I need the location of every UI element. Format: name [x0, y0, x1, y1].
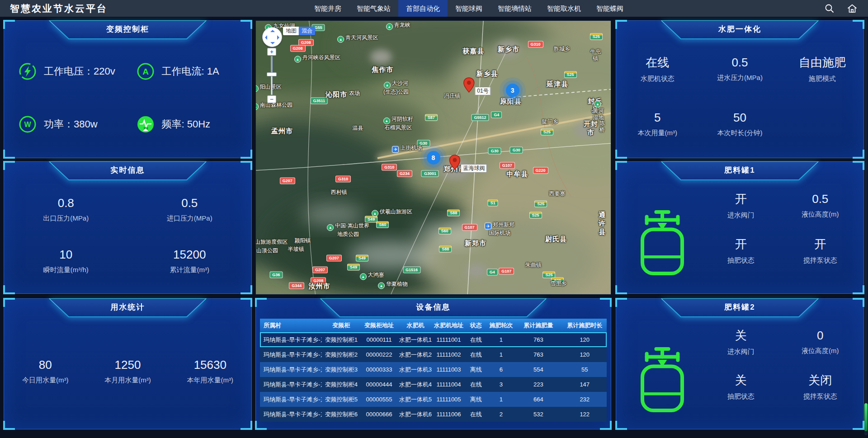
tank1-label: 液位高度(m): [802, 210, 839, 219]
tank1-value: 开: [735, 236, 747, 252]
nav-item-智能墒情站[interactable]: 智能墒情站: [490, 0, 539, 17]
map-type-button-map[interactable]: 地图: [283, 27, 299, 35]
water-stat: 1250本月用水量(m³): [86, 358, 169, 385]
converter-metric: Hz频率: 50Hz: [130, 98, 211, 151]
water-value: 80: [39, 358, 52, 372]
zoom-slider-thumb[interactable]: [267, 72, 277, 76]
converter-metric-text: 工作电压：220v: [44, 65, 115, 78]
pan-down-arrow[interactable]: [270, 42, 275, 44]
map-pin-marker[interactable]: 01号: [463, 77, 491, 95]
realtime-stats: 0.8出口压力(MPa)0.5进口压力(MPa)10瞬时流量(m³/h)1520…: [4, 184, 251, 287]
corner-bracket: [615, 150, 627, 159]
panel-fertigation: 水肥一体化 在线水肥机状态0.5进水压力(MPa)自由施肥施肥模式5本次用量(m…: [616, 20, 864, 158]
pan-left-arrow[interactable]: [265, 35, 267, 40]
converter-metric-text: 工作电流: 1A: [162, 65, 219, 78]
column-header: 水肥机地址: [434, 321, 464, 330]
fertigation-value: 5: [654, 111, 660, 125]
panel-fertilizer-tank-2: 肥料罐2 关进水阀门0液位高度(m)关抽肥状态关闭搅拌泵状态: [616, 298, 864, 429]
fertilizer-tank-icon: [628, 197, 697, 281]
tank2-label: 进水阀门: [727, 348, 755, 356]
tank1-stat: 开抽肥状态: [701, 228, 781, 274]
water-stat: 15630本年用水量(m³): [169, 358, 251, 385]
fertigation-stat: 0.5进水压力(MPa): [698, 42, 781, 97]
table-cell: 在线: [464, 336, 488, 344]
water-stat: 80今日用水量(m³): [4, 358, 86, 385]
water-value: 15630: [194, 358, 226, 372]
tank2-stat: 关进水阀门: [701, 320, 781, 364]
table-row[interactable]: 玛纳斯县-旱卡子滩乡-东岸...变频控制柜600000666水肥一体机61111…: [260, 407, 607, 422]
table-cell: 离线: [464, 366, 488, 374]
panel-header: 实时信息: [48, 161, 207, 180]
table-row[interactable]: 玛纳斯县-旱卡子滩乡-东岸...变频控制柜100000111水肥一体机11111…: [260, 332, 607, 347]
satellite-map[interactable]: 焦作市新乡市沁阳市孟州市郑州市开封市新郑市汝州市中牟县原阳县新乡县延津县封丘县尉…: [255, 20, 611, 295]
nav-item-智能取水机[interactable]: 智能取水机: [539, 0, 589, 17]
zoom-out-button[interactable]: −: [267, 95, 276, 103]
svg-text:W: W: [24, 121, 31, 128]
realtime-value: 0.5: [181, 196, 198, 210]
nav-item-首部自动化[interactable]: 首部自动化: [398, 0, 448, 17]
table-row[interactable]: 玛纳斯县-旱卡子滩乡-东岸...变频控制柜300000333水肥一体机31111…: [260, 362, 607, 377]
zoom-in-button[interactable]: +: [267, 48, 276, 56]
panel-header: 肥料罐1: [660, 161, 819, 180]
panel-header: 变频控制柜: [48, 20, 207, 39]
panel-title: 用水统计: [48, 298, 207, 316]
table-cell: 变频控制柜5: [322, 396, 361, 404]
table-row[interactable]: 玛纳斯县-旱卡子滩乡-东岸...变频控制柜200000222水肥一体机21111…: [260, 347, 607, 362]
scrollbar-thumb[interactable]: [864, 403, 868, 431]
panel-water-statistics: 用水统计 80今日用水量(m³)1250本月用水量(m³)15630本年用水量(…: [4, 298, 252, 429]
nav-item-智能井房[interactable]: 智能井房: [307, 0, 349, 17]
tank2-value: 关闭: [808, 372, 832, 388]
fertigation-value: 0.5: [731, 56, 748, 70]
map-pin-label: 蓝海球阀: [461, 164, 487, 173]
table-cell: 11111003: [434, 366, 464, 373]
nav-item-智能蝶阀[interactable]: 智能蝶阀: [589, 0, 631, 17]
tank1-label: 进水阀门: [727, 211, 755, 220]
nav-item-智能球阀[interactable]: 智能球阀: [448, 0, 490, 17]
realtime-value: 15200: [173, 248, 206, 262]
column-header: 累计施肥时长: [563, 321, 607, 330]
corner-bracket: [853, 285, 864, 294]
pan-right-arrow[interactable]: [277, 35, 279, 40]
table-cell: 2: [488, 411, 514, 418]
device-table: 所属村变频柜变频柜地址水肥机水肥机地址状态施肥轮次累计施肥量累计施肥时长玛纳斯县…: [260, 319, 607, 422]
corner-bracket: [615, 285, 627, 294]
corner-bracket: [600, 421, 612, 430]
search-icon[interactable]: [824, 3, 835, 14]
corner-bracket: [241, 161, 252, 170]
map-type-button-hybrid[interactable]: 混合: [299, 27, 315, 35]
realtime-label: 瞬时流量(m³/h): [43, 266, 89, 274]
map-cluster-marker[interactable]: 3: [506, 84, 519, 97]
tank2-label: 抽肥状态: [727, 392, 755, 401]
icon-hertz: Hz: [137, 115, 155, 133]
realtime-stat: 10瞬时流量(m³/h): [4, 235, 128, 287]
corner-bracket: [615, 20, 627, 29]
nav-item-智能气象站[interactable]: 智能气象站: [349, 0, 398, 17]
realtime-stat: 0.5进口压力(MPa): [128, 184, 252, 235]
map-cluster-marker[interactable]: 8: [427, 151, 440, 165]
panel-fertilizer-tank-1: 肥料罐1 开进水阀门0.5液位高度(m)开抽肥状态开搅拌泵状态: [616, 161, 864, 294]
top-nav-bar: 智慧农业节水云平台 智能井房智能气象站首部自动化智能球阀智能墒情站智能取水机智能…: [0, 0, 868, 17]
pan-up-arrow[interactable]: [270, 30, 275, 32]
table-row[interactable]: 玛纳斯县-旱卡子滩乡-东岸...变频控制柜400000444水肥一体机41111…: [260, 377, 607, 392]
realtime-label: 进口压力(MPa): [167, 214, 212, 223]
water-value: 1250: [115, 358, 141, 372]
corner-bracket: [853, 150, 864, 159]
map-pin-marker[interactable]: 蓝海球阀: [449, 155, 487, 173]
corner-bracket: [3, 20, 15, 29]
corner-bracket: [3, 150, 15, 159]
table-cell: 763: [514, 351, 562, 358]
table-row[interactable]: 玛纳斯县-旱卡子滩乡-东岸...变频控制柜500000555水肥一体机51111…: [260, 392, 607, 407]
table-cell: 变频控制柜4: [322, 381, 361, 389]
table-header-row: 所属村变频柜变频柜地址水肥机水肥机地址状态施肥轮次累计施肥量累计施肥时长: [260, 319, 607, 332]
corner-bracket: [241, 298, 252, 307]
map-pan-control[interactable]: [262, 27, 282, 47]
corner-bracket: [853, 421, 864, 430]
table-cell: 玛纳斯县-旱卡子滩乡-东岸...: [260, 410, 322, 419]
corner-bracket: [853, 161, 864, 170]
tank2-stat: 关闭搅拌泵状态: [781, 364, 860, 409]
tank1-stat: 开进水阀门: [701, 183, 781, 228]
column-header: 累计施肥量: [514, 321, 562, 330]
home-icon[interactable]: [846, 3, 858, 14]
fertigation-value: 50: [733, 111, 746, 125]
table-cell: 232: [563, 396, 607, 403]
